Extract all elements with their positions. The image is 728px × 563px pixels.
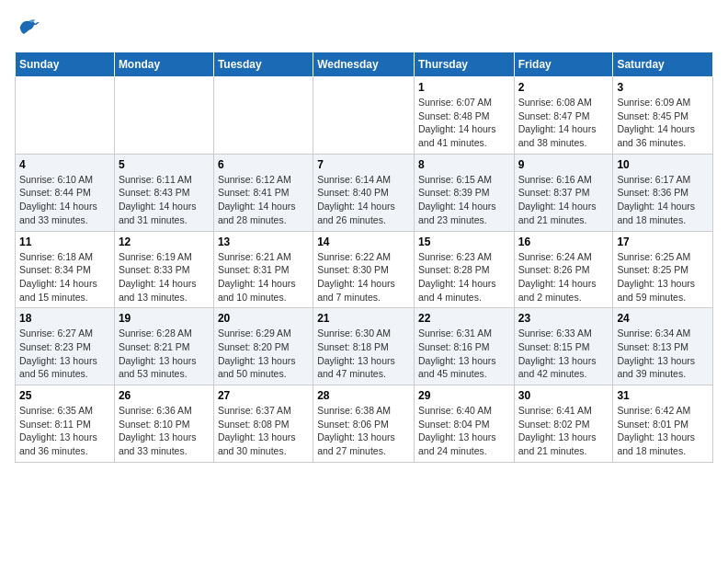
day-info: Sunrise: 6:17 AM Sunset: 8:36 PM Dayligh… [617, 173, 709, 227]
day-info: Sunrise: 6:25 AM Sunset: 8:25 PM Dayligh… [617, 250, 709, 304]
day-info: Sunrise: 6:21 AM Sunset: 8:31 PM Dayligh… [218, 250, 309, 304]
day-info: Sunrise: 6:30 AM Sunset: 8:18 PM Dayligh… [317, 327, 410, 381]
day-info: Sunrise: 6:15 AM Sunset: 8:39 PM Dayligh… [418, 173, 510, 227]
day-number: 26 [119, 389, 210, 402]
day-info: Sunrise: 6:28 AM Sunset: 8:21 PM Dayligh… [119, 327, 210, 381]
day-number: 27 [218, 389, 309, 402]
day-info: Sunrise: 6:42 AM Sunset: 8:01 PM Dayligh… [617, 404, 709, 458]
day-info: Sunrise: 6:31 AM Sunset: 8:16 PM Dayligh… [418, 327, 510, 381]
day-number: 8 [418, 158, 510, 171]
day-info: Sunrise: 6:36 AM Sunset: 8:10 PM Dayligh… [119, 404, 210, 458]
day-number: 6 [218, 158, 309, 171]
day-number: 9 [518, 158, 609, 171]
day-info: Sunrise: 6:19 AM Sunset: 8:33 PM Dayligh… [119, 250, 210, 304]
day-cell: 4Sunrise: 6:10 AM Sunset: 8:44 PM Daylig… [16, 154, 115, 231]
day-info: Sunrise: 6:35 AM Sunset: 8:11 PM Dayligh… [19, 404, 110, 458]
day-info: Sunrise: 6:12 AM Sunset: 8:41 PM Dayligh… [218, 173, 309, 227]
day-cell: 11Sunrise: 6:18 AM Sunset: 8:34 PM Dayli… [16, 231, 115, 308]
day-cell: 24Sunrise: 6:34 AM Sunset: 8:13 PM Dayli… [613, 308, 713, 385]
day-info: Sunrise: 6:38 AM Sunset: 8:06 PM Dayligh… [317, 404, 410, 458]
day-info: Sunrise: 6:23 AM Sunset: 8:28 PM Dayligh… [418, 250, 510, 304]
day-number: 18 [19, 312, 110, 325]
day-cell: 5Sunrise: 6:11 AM Sunset: 8:43 PM Daylig… [114, 154, 213, 231]
day-info: Sunrise: 6:29 AM Sunset: 8:20 PM Dayligh… [218, 327, 309, 381]
day-info: Sunrise: 6:08 AM Sunset: 8:47 PM Dayligh… [518, 96, 609, 150]
day-cell: 19Sunrise: 6:28 AM Sunset: 8:21 PM Dayli… [114, 308, 213, 385]
day-cell: 13Sunrise: 6:21 AM Sunset: 8:31 PM Dayli… [213, 231, 313, 308]
day-cell: 10Sunrise: 6:17 AM Sunset: 8:36 PM Dayli… [613, 154, 713, 231]
day-number: 1 [418, 81, 510, 94]
day-cell: 23Sunrise: 6:33 AM Sunset: 8:15 PM Dayli… [514, 308, 613, 385]
day-cell: 30Sunrise: 6:41 AM Sunset: 8:02 PM Dayli… [514, 385, 613, 463]
day-info: Sunrise: 6:27 AM Sunset: 8:23 PM Dayligh… [19, 327, 110, 381]
day-cell: 18Sunrise: 6:27 AM Sunset: 8:23 PM Dayli… [16, 308, 115, 385]
day-info: Sunrise: 6:37 AM Sunset: 8:08 PM Dayligh… [218, 404, 309, 458]
day-info: Sunrise: 6:11 AM Sunset: 8:43 PM Dayligh… [119, 173, 210, 227]
day-number: 15 [418, 236, 510, 248]
day-cell: 1Sunrise: 6:07 AM Sunset: 8:48 PM Daylig… [414, 77, 514, 155]
day-info: Sunrise: 6:14 AM Sunset: 8:40 PM Dayligh… [317, 173, 410, 227]
day-number: 16 [518, 236, 609, 248]
day-cell: 16Sunrise: 6:24 AM Sunset: 8:26 PM Dayli… [514, 231, 613, 308]
day-cell: 27Sunrise: 6:37 AM Sunset: 8:08 PM Dayli… [213, 385, 313, 463]
day-info: Sunrise: 6:09 AM Sunset: 8:45 PM Dayligh… [617, 96, 709, 150]
header-day-friday: Friday [514, 52, 613, 77]
day-number: 2 [518, 81, 609, 94]
day-number: 30 [518, 389, 609, 402]
day-cell [16, 77, 115, 155]
calendar-table: SundayMondayTuesdayWednesdayThursdayFrid… [15, 52, 713, 463]
header-day-monday: Monday [114, 52, 213, 77]
day-cell [114, 77, 213, 155]
day-cell: 28Sunrise: 6:38 AM Sunset: 8:06 PM Dayli… [313, 385, 415, 463]
day-number: 24 [617, 312, 709, 325]
week-row-3: 11Sunrise: 6:18 AM Sunset: 8:34 PM Dayli… [16, 231, 713, 308]
day-cell [213, 77, 313, 155]
week-row-1: 1Sunrise: 6:07 AM Sunset: 8:48 PM Daylig… [16, 77, 713, 155]
day-cell: 2Sunrise: 6:08 AM Sunset: 8:47 PM Daylig… [514, 77, 613, 155]
calendar-header-row: SundayMondayTuesdayWednesdayThursdayFrid… [16, 52, 713, 77]
day-number: 11 [19, 236, 110, 248]
week-row-2: 4Sunrise: 6:10 AM Sunset: 8:44 PM Daylig… [16, 154, 713, 231]
header-day-tuesday: Tuesday [213, 52, 313, 77]
day-info: Sunrise: 6:22 AM Sunset: 8:30 PM Dayligh… [317, 250, 410, 304]
day-cell: 21Sunrise: 6:30 AM Sunset: 8:18 PM Dayli… [313, 308, 415, 385]
logo-bird-icon [15, 15, 40, 40]
day-number: 5 [119, 158, 210, 171]
day-cell: 7Sunrise: 6:14 AM Sunset: 8:40 PM Daylig… [313, 154, 415, 231]
day-cell: 6Sunrise: 6:12 AM Sunset: 8:41 PM Daylig… [213, 154, 313, 231]
day-cell: 15Sunrise: 6:23 AM Sunset: 8:28 PM Dayli… [414, 231, 514, 308]
day-number: 25 [19, 389, 110, 402]
day-number: 23 [518, 312, 609, 325]
day-number: 29 [418, 389, 510, 402]
day-cell: 20Sunrise: 6:29 AM Sunset: 8:20 PM Dayli… [213, 308, 313, 385]
day-number: 20 [218, 312, 309, 325]
day-cell: 12Sunrise: 6:19 AM Sunset: 8:33 PM Dayli… [114, 231, 213, 308]
day-cell: 17Sunrise: 6:25 AM Sunset: 8:25 PM Dayli… [613, 231, 713, 308]
header-day-saturday: Saturday [613, 52, 713, 77]
day-number: 17 [617, 236, 709, 248]
day-cell: 25Sunrise: 6:35 AM Sunset: 8:11 PM Dayli… [16, 385, 115, 463]
header-day-wednesday: Wednesday [313, 52, 415, 77]
week-row-5: 25Sunrise: 6:35 AM Sunset: 8:11 PM Dayli… [16, 385, 713, 463]
day-number: 10 [617, 158, 709, 171]
day-info: Sunrise: 6:33 AM Sunset: 8:15 PM Dayligh… [518, 327, 609, 381]
day-cell: 8Sunrise: 6:15 AM Sunset: 8:39 PM Daylig… [414, 154, 514, 231]
day-number: 13 [218, 236, 309, 248]
day-info: Sunrise: 6:18 AM Sunset: 8:34 PM Dayligh… [19, 250, 110, 304]
day-info: Sunrise: 6:07 AM Sunset: 8:48 PM Dayligh… [418, 96, 510, 150]
day-number: 21 [317, 312, 410, 325]
day-cell [313, 77, 415, 155]
day-info: Sunrise: 6:34 AM Sunset: 8:13 PM Dayligh… [617, 327, 709, 381]
day-number: 31 [617, 389, 709, 402]
day-number: 12 [119, 236, 210, 248]
day-number: 3 [617, 81, 709, 94]
day-info: Sunrise: 6:24 AM Sunset: 8:26 PM Dayligh… [518, 250, 609, 304]
day-number: 14 [317, 236, 410, 248]
header [15, 15, 713, 40]
day-number: 22 [418, 312, 510, 325]
day-number: 4 [19, 158, 110, 171]
header-day-sunday: Sunday [16, 52, 115, 77]
day-info: Sunrise: 6:40 AM Sunset: 8:04 PM Dayligh… [418, 404, 510, 458]
day-cell: 29Sunrise: 6:40 AM Sunset: 8:04 PM Dayli… [414, 385, 514, 463]
day-cell: 22Sunrise: 6:31 AM Sunset: 8:16 PM Dayli… [414, 308, 514, 385]
